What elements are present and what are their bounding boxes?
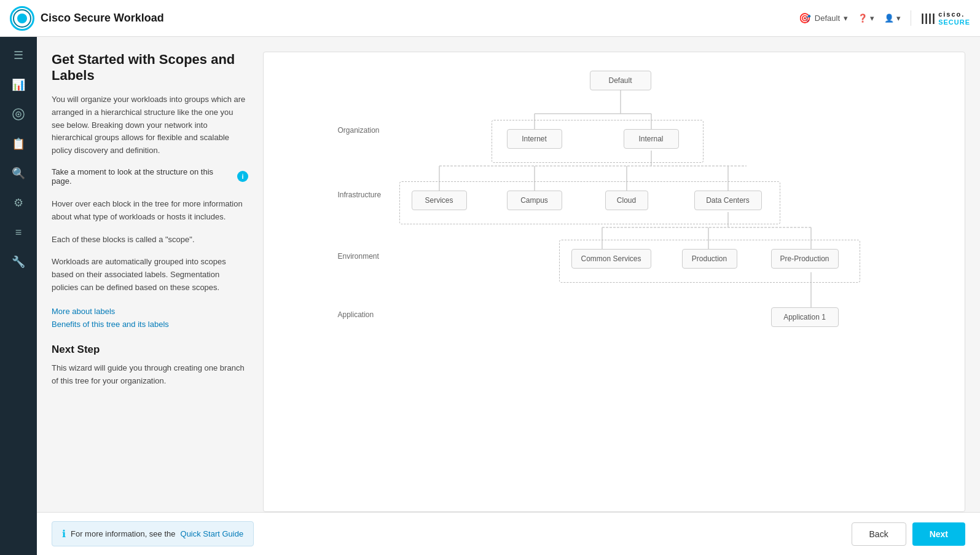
node-application1[interactable]: Application 1 <box>771 307 839 327</box>
sidebar-item-explore[interactable]: 🔍 <box>5 160 32 187</box>
sidebar-item-settings[interactable]: ⚙ <box>5 189 32 216</box>
take-moment-text: Take a moment to look at the structure o… <box>52 167 248 186</box>
connector-lines <box>338 65 891 384</box>
svg-point-2 <box>18 114 20 116</box>
cisco-brand: |||| cisco. SECURE <box>911 10 970 25</box>
default-label: Default <box>815 14 840 23</box>
next-button[interactable]: Next <box>912 522 965 546</box>
header-right: 🎯 Default ▾ ❓ ▾ 👤 ▾ |||| cisco. SECURE <box>799 10 970 25</box>
default-button[interactable]: 🎯 Default ▾ <box>799 12 848 24</box>
org-label: Organization <box>338 126 380 135</box>
back-button[interactable]: Back <box>852 522 906 546</box>
logo-area: Cisco Secure Workload <box>10 6 799 31</box>
next-step-desc: This wizard will guide you through creat… <box>52 362 248 388</box>
secure-label: SECURE <box>938 18 970 26</box>
description-text: You will organize your workloads into gr… <box>52 93 248 157</box>
top-header: Cisco Secure Workload 🎯 Default ▾ ❓ ▾ 👤 … <box>0 0 980 37</box>
hover-text: Hover over each block in the tree for mo… <box>52 198 248 224</box>
sidebar-item-policies[interactable]: 📋 <box>5 130 32 157</box>
cisco-text-block: cisco. SECURE <box>938 10 970 25</box>
tree-diagram: Organization Infrastructure Environment … <box>338 65 891 384</box>
node-datacenters[interactable]: Data Centers <box>694 191 762 210</box>
page-title: Get Started with Scopes and Labels <box>52 52 248 84</box>
content-area: Get Started with Scopes and Labels You w… <box>37 37 980 555</box>
app-logo <box>10 6 34 31</box>
take-moment-label: Take a moment to look at the structure o… <box>52 167 233 186</box>
links-section: More about labels Benefits of this tree … <box>52 307 248 329</box>
help-icon: ❓ <box>858 14 868 23</box>
sidebar-item-list[interactable]: ≡ <box>5 219 32 246</box>
scopes-icon <box>12 108 25 121</box>
sidebar-item-scopes[interactable] <box>5 101 32 128</box>
banner-info-icon: ℹ <box>62 528 66 540</box>
cisco-name: cisco. <box>938 10 970 18</box>
next-step-title: Next Step <box>52 344 248 356</box>
help-dropdown-icon: ▾ <box>870 14 874 23</box>
node-services[interactable]: Services <box>412 191 467 210</box>
bottom-bar: ℹ For more information, see the Quick St… <box>37 512 980 555</box>
help-button[interactable]: ❓ ▾ <box>858 14 874 23</box>
sidebar-item-dashboard[interactable]: 📊 <box>5 71 32 98</box>
left-panel: Get Started with Scopes and Labels You w… <box>52 52 248 512</box>
node-internal[interactable]: Internal <box>624 129 679 149</box>
sidebar-item-tools[interactable]: 🔧 <box>5 248 32 275</box>
diagram-panel: Organization Infrastructure Environment … <box>263 52 965 512</box>
more-labels-link[interactable]: More about labels <box>52 307 248 316</box>
benefits-link[interactable]: Benefits of this tree and its labels <box>52 320 248 329</box>
app-label: Application <box>338 310 374 319</box>
node-campus[interactable]: Campus <box>507 191 562 210</box>
info-banner: ℹ For more information, see the Quick St… <box>52 521 254 546</box>
node-pre-production[interactable]: Pre-Production <box>771 249 839 269</box>
main-layout: ☰ 📊 📋 🔍 ⚙ ≡ 🔧 Get Started with Scopes an… <box>0 37 980 555</box>
dropdown-icon: ▾ <box>844 14 848 23</box>
info-icon[interactable]: i <box>237 171 248 182</box>
node-default[interactable]: Default <box>590 71 651 90</box>
page-body: Get Started with Scopes and Labels You w… <box>37 37 980 512</box>
scope-text: Each of these blocks is called a "scope"… <box>52 234 248 246</box>
infra-label: Infrastructure <box>338 191 382 199</box>
node-internet[interactable]: Internet <box>507 129 562 149</box>
app-title: Cisco Secure Workload <box>41 12 164 25</box>
scope-icon: 🎯 <box>799 12 811 24</box>
user-button[interactable]: 👤 ▾ <box>884 14 901 23</box>
sidebar: ☰ 📊 📋 🔍 ⚙ ≡ 🔧 <box>0 37 37 555</box>
banner-text: For more information, see the <box>71 529 176 538</box>
node-production[interactable]: Production <box>682 249 737 269</box>
node-cloud[interactable]: Cloud <box>605 191 648 210</box>
user-icon: 👤 <box>884 14 894 23</box>
bottom-buttons: Back Next <box>852 522 965 546</box>
sidebar-item-menu[interactable]: ☰ <box>5 42 32 69</box>
quick-start-link[interactable]: Quick Start Guide <box>181 529 244 538</box>
env-label: Environment <box>338 252 379 261</box>
workload-text: Workloads are automatically grouped into… <box>52 256 248 294</box>
user-dropdown-icon: ▾ <box>896 14 901 23</box>
cisco-logo-text: |||| <box>921 12 936 25</box>
node-common-services[interactable]: Common Services <box>571 249 651 269</box>
